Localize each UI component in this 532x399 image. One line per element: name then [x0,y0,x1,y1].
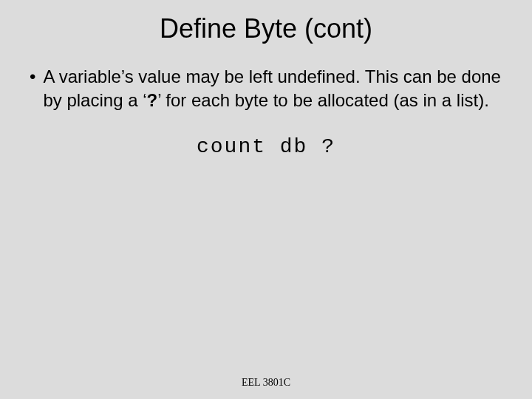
slide-title: Define Byte (cont) [30,13,502,44]
bullet-text-bold: ? [147,90,158,110]
bullet-text-post: ’ for each byte to be allocated (as in a… [157,90,489,110]
code-example: count db ? [30,135,502,158]
bullet-item: • A variable’s value may be left undefin… [30,65,502,113]
slide-footer: EEL 3801C [0,377,532,389]
slide: Define Byte (cont) • A variable’s value … [0,0,532,399]
bullet-marker: • [30,65,35,89]
bullet-text: A variable’s value may be left undefined… [43,65,502,113]
